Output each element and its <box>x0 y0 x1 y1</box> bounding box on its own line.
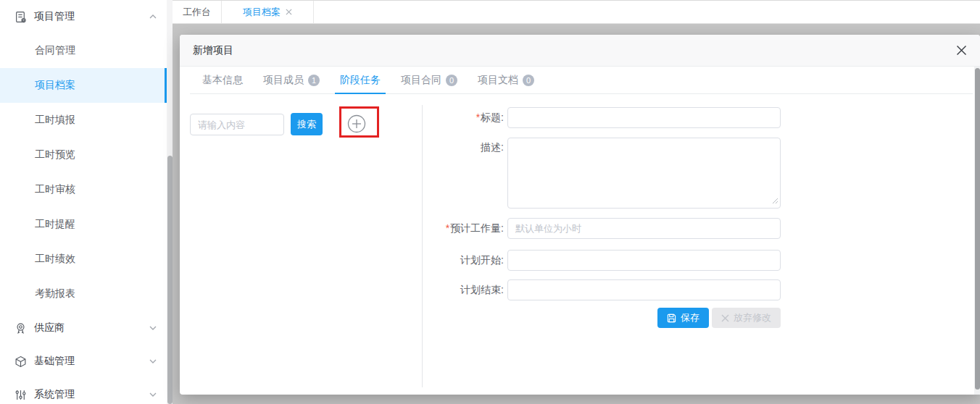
sidebar-item-label: 工时提醒 <box>35 218 75 231</box>
modal-body: 搜索 *标题: 描述: <box>180 94 980 394</box>
search-input[interactable] <box>190 114 284 135</box>
tab-project-members[interactable]: 项目成员 1 <box>258 67 325 93</box>
resize-grip-icon[interactable] <box>772 195 778 206</box>
sidebar-item-timesheet-audit[interactable]: 工时审核 <box>0 172 167 207</box>
medal-icon <box>14 322 27 334</box>
tab-project-archive[interactable]: 项目档案 <box>222 1 314 23</box>
tab-label: 阶段任务 <box>340 74 381 87</box>
plan-end-input[interactable] <box>507 279 781 300</box>
title-label: *标题: <box>422 111 504 125</box>
tab-label: 项目合同 <box>401 74 441 87</box>
sidebar-scrollbar-thumb[interactable] <box>167 156 173 404</box>
modal-scrollbar[interactable] <box>974 67 980 395</box>
plan-start-input[interactable] <box>507 250 781 271</box>
required-mark: * <box>476 111 480 123</box>
sidebar-item-timesheet-performance[interactable]: 工时绩效 <box>0 242 167 277</box>
search-button[interactable]: 搜索 <box>291 113 323 135</box>
sidebar-item-label: 考勤报表 <box>35 287 75 300</box>
chevron-down-icon <box>149 359 157 363</box>
sidebar-scrollbar[interactable] <box>167 0 173 404</box>
title-input[interactable] <box>507 107 781 128</box>
sliders-icon <box>14 389 27 401</box>
plan-start-label: 计划开始: <box>422 254 504 267</box>
project-doc-gear-icon <box>14 11 27 23</box>
description-label: 描述: <box>422 141 504 154</box>
new-project-modal: 新增项目 基本信息 项目成员 1 阶段任务 项目合同 0 项目文档 0 <box>180 35 980 395</box>
chevron-down-icon <box>149 326 157 330</box>
sidebar-group-supplier[interactable]: 供应商 <box>0 311 167 345</box>
tab-project-documents[interactable]: 项目文档 0 <box>473 67 539 93</box>
sidebar-item-label: 工时绩效 <box>35 253 75 266</box>
form-row-plan-end: 计划结束: <box>422 279 781 300</box>
sidebar-item-label: 项目档案 <box>35 79 75 92</box>
app-root: 项目管理 合同管理 项目档案 工时填报 工时预览 工时审核 工时提醒 工时绩效 … <box>0 0 980 404</box>
workload-input[interactable] <box>507 218 781 239</box>
sidebar-item-timesheet-preview[interactable]: 工时预览 <box>0 138 167 172</box>
tab-workbench[interactable]: 工作台 <box>173 1 222 23</box>
plan-end-label: 计划结束: <box>422 284 504 297</box>
task-list-panel: 搜索 <box>180 94 422 394</box>
sidebar-item-contract-management[interactable]: 合同管理 <box>0 33 167 68</box>
modal-title: 新增项目 <box>193 44 233 57</box>
modal-tab-bar: 基本信息 项目成员 1 阶段任务 项目合同 0 项目文档 0 <box>190 67 973 94</box>
modal-header: 新增项目 <box>180 35 980 67</box>
sidebar-item-label: 工时审核 <box>35 183 75 196</box>
workload-label: *预计工作量: <box>422 222 504 235</box>
sidebar-item-label: 合同管理 <box>35 44 75 57</box>
chevron-up-icon <box>149 14 157 19</box>
form-buttons: 保存 放弃修改 <box>507 308 781 328</box>
stage-task-form: *标题: 描述: *预计工作量: <box>422 94 974 394</box>
cube-icon <box>14 355 27 368</box>
sidebar-item-project-archive[interactable]: 项目档案 <box>0 68 167 103</box>
count-badge: 0 <box>446 75 457 86</box>
save-button[interactable]: 保存 <box>657 308 709 328</box>
form-row-description: 描述: <box>422 138 781 209</box>
sidebar-group-project-management[interactable]: 项目管理 <box>0 0 167 33</box>
discard-button-label: 放弃修改 <box>734 311 771 324</box>
description-textarea[interactable] <box>507 138 781 209</box>
sidebar-group-label: 基础管理 <box>34 355 75 368</box>
tab-label: 基本信息 <box>202 74 243 87</box>
count-badge: 1 <box>308 75 320 86</box>
sidebar-group-label: 系统管理 <box>34 388 75 401</box>
sidebar-item-label: 工时填报 <box>35 114 75 127</box>
sidebar-group-basic-management[interactable]: 基础管理 <box>0 345 167 378</box>
chevron-down-icon <box>149 392 157 397</box>
sidebar-item-label: 工时预览 <box>35 148 75 161</box>
tab-close-icon[interactable] <box>286 9 292 15</box>
tab-label: 项目文档 <box>478 74 518 87</box>
tab-label: 项目档案 <box>243 6 281 19</box>
count-badge: 0 <box>523 75 534 86</box>
tab-project-contracts[interactable]: 项目合同 0 <box>396 67 462 93</box>
sidebar-item-timesheet-entry[interactable]: 工时填报 <box>0 103 167 138</box>
sidebar-group-label: 供应商 <box>34 321 65 334</box>
required-mark: * <box>446 222 449 234</box>
modal-scrollbar-thumb[interactable] <box>975 68 980 390</box>
save-button-label: 保存 <box>681 311 699 324</box>
discard-button[interactable]: 放弃修改 <box>712 308 781 328</box>
page-tab-bar: 工作台 项目档案 <box>173 0 980 24</box>
form-row-workload: *预计工作量: <box>422 218 781 239</box>
form-row-plan-start: 计划开始: <box>422 250 781 271</box>
discard-x-icon <box>721 314 729 322</box>
highlight-box <box>339 106 379 138</box>
tab-label: 项目成员 <box>263 74 304 87</box>
sidebar-group-label: 项目管理 <box>34 10 75 23</box>
sidebar: 项目管理 合同管理 项目档案 工时填报 工时预览 工时审核 工时提醒 工时绩效 … <box>0 0 167 404</box>
sidebar-item-timesheet-reminder[interactable]: 工时提醒 <box>0 207 167 242</box>
close-icon[interactable] <box>955 43 968 57</box>
sidebar-group-system-management[interactable]: 系统管理 <box>0 378 167 404</box>
tab-label: 工作台 <box>183 6 211 19</box>
form-row-title: *标题: <box>422 107 781 128</box>
save-icon <box>667 313 676 323</box>
tab-basic-info[interactable]: 基本信息 <box>197 67 248 93</box>
sidebar-item-attendance-report[interactable]: 考勤报表 <box>0 277 167 311</box>
tab-stage-tasks[interactable]: 阶段任务 <box>335 67 386 93</box>
